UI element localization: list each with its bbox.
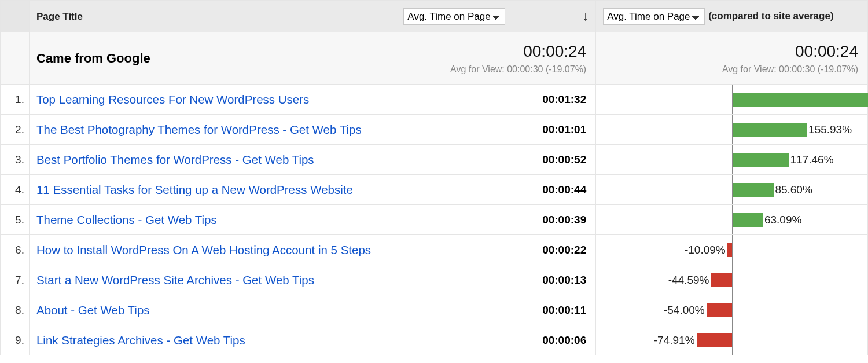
comparison-bar-positive	[733, 123, 807, 137]
row-index: 8.	[1, 304, 29, 317]
comparison-bar-positive	[733, 93, 868, 107]
comparison-percent-label: -10.09%	[685, 244, 726, 256]
page-title-link[interactable]: How to Install WordPress On A Web Hostin…	[30, 243, 371, 256]
row-index: 2.	[1, 123, 29, 136]
comparison-bar-negative	[697, 333, 732, 347]
row-metric-cell: 00:00:22	[396, 235, 596, 265]
comparison-bar-wrapper: 155.93%	[596, 115, 867, 144]
row-metric-cell: 00:00:39	[396, 205, 596, 235]
comparison-bar-wrapper: 85.60%	[596, 175, 867, 204]
row-metric-cell: 00:01:01	[396, 115, 596, 145]
avg-time-on-page-value: 00:00:06	[396, 334, 595, 347]
row-title-cell: 11 Essential Tasks for Setting up a New …	[29, 175, 396, 205]
comparison-percent-label: 63.09%	[764, 214, 801, 226]
comparison-bar-negative	[727, 243, 732, 257]
row-index-cell: 1.	[1, 85, 30, 115]
row-index: 9.	[1, 334, 29, 347]
row-compare-cell: 63.09%	[596, 205, 868, 235]
row-index: 7.	[1, 274, 29, 287]
summary-compare-value: 00:00:24	[605, 42, 858, 61]
row-compare-cell: -54.00%	[596, 295, 868, 325]
zero-baseline	[732, 235, 733, 265]
table-row: 5.Theme Collections - Get Web Tips00:00:…	[1, 205, 868, 235]
row-title-cell: About - Get Web Tips	[29, 295, 396, 325]
row-metric-cell: 00:00:06	[396, 325, 596, 355]
comparison-bar-negative	[711, 273, 733, 287]
comparison-bar-wrapper: 63.09%	[596, 205, 867, 234]
summary-compare-cell: 00:00:24 Avg for View: 00:00:30 (-19.07%…	[596, 32, 868, 85]
comparison-bar-negative	[707, 303, 732, 317]
avg-time-on-page-value: 00:00:39	[396, 214, 595, 226]
summary-metric-subtext: Avg for View: 00:00:30 (-19.07%)	[406, 64, 586, 75]
row-index-cell: 9.	[1, 325, 30, 355]
avg-time-on-page-value: 00:00:11	[396, 304, 595, 317]
page-title-link[interactable]: The Best Photography Themes for WordPres…	[30, 123, 362, 136]
row-title-cell: Start a New WordPress Site Archives - Ge…	[29, 265, 396, 295]
page-title-link[interactable]: Best Portfolio Themes for WordPress - Ge…	[30, 153, 314, 166]
avg-time-on-page-value: 00:00:13	[396, 274, 595, 287]
row-index: 1.	[1, 93, 29, 106]
row-index-cell: 7.	[1, 265, 30, 295]
row-compare-cell: 284.74%	[596, 85, 868, 115]
row-metric-cell: 00:00:44	[396, 175, 596, 205]
compare-suffix-label: (compared to site average)	[708, 10, 833, 22]
row-compare-cell: -10.09%	[596, 235, 868, 265]
page-title-link[interactable]: Top Learning Resources For New WordPress…	[30, 93, 309, 106]
row-compare-cell: -74.91%	[596, 325, 868, 355]
table-row: 3.Best Portfolio Themes for WordPress - …	[1, 145, 868, 175]
summary-title-cell: Came from Google	[29, 32, 396, 85]
comparison-percent-label: -44.59%	[668, 274, 709, 287]
header-page-title-cell[interactable]: Page Title	[29, 1, 396, 32]
row-index-cell: 3.	[1, 145, 30, 175]
row-index-cell: 8.	[1, 295, 30, 325]
page-title-link[interactable]: Start a New WordPress Site Archives - Ge…	[30, 273, 314, 287]
comparison-percent-label: -54.00%	[664, 304, 705, 317]
comparison-bar-positive	[733, 183, 774, 197]
row-index: 6.	[1, 244, 29, 256]
comparison-bar-wrapper: -10.09%	[596, 235, 867, 265]
compare-metric-select[interactable]: Avg. Time on Page	[603, 8, 705, 25]
avg-time-on-page-value: 00:00:22	[396, 244, 595, 256]
row-index: 3.	[1, 153, 29, 166]
row-index: 5.	[1, 214, 29, 226]
avg-time-on-page-value: 00:01:32	[396, 93, 595, 106]
page-title-link[interactable]: Theme Collections - Get Web Tips	[30, 213, 217, 226]
row-metric-cell: 00:01:32	[396, 85, 596, 115]
row-title-cell: Theme Collections - Get Web Tips	[29, 205, 396, 235]
table-row: 6.How to Install WordPress On A Web Host…	[1, 235, 868, 265]
page-title-link[interactable]: About - Get Web Tips	[30, 303, 150, 317]
row-compare-cell: -44.59%	[596, 265, 868, 295]
row-title-cell: Link Strategies Archives - Get Web Tips	[29, 325, 396, 355]
summary-metric-value: 00:00:24	[406, 42, 586, 61]
segment-name: Came from Google	[30, 51, 150, 65]
row-compare-cell: 85.60%	[596, 175, 868, 205]
row-index-cell: 6.	[1, 235, 30, 265]
row-title-cell: The Best Photography Themes for WordPres…	[29, 115, 396, 145]
comparison-bar-positive	[733, 213, 763, 227]
row-index-cell: 4.	[1, 175, 30, 205]
table-row: 9.Link Strategies Archives - Get Web Tip…	[1, 325, 868, 355]
page-title-link[interactable]: Link Strategies Archives - Get Web Tips	[30, 333, 245, 347]
table-row: 8.About - Get Web Tips00:00:11-54.00%	[1, 295, 868, 325]
comparison-percent-label: 117.46%	[790, 153, 834, 166]
comparison-percent-label: 85.60%	[775, 184, 812, 196]
zero-baseline	[732, 265, 733, 295]
summary-index-cell	[1, 32, 30, 85]
comparison-bar-wrapper: -54.00%	[596, 295, 867, 325]
row-metric-cell: 00:00:52	[396, 145, 596, 175]
comparison-bar-wrapper: -74.91%	[596, 325, 867, 355]
comparison-bar-wrapper: 117.46%	[596, 145, 867, 174]
summary-metric-cell: 00:00:24 Avg for View: 00:00:30 (-19.07%…	[396, 32, 596, 85]
header-compare-cell: Avg. Time on Page (compared to site aver…	[596, 1, 868, 32]
sort-descending-icon[interactable]: ↓	[582, 9, 589, 24]
metric-select[interactable]: Avg. Time on Page	[403, 8, 505, 25]
row-title-cell: Best Portfolio Themes for WordPress - Ge…	[29, 145, 396, 175]
zero-baseline	[732, 325, 733, 355]
page-title-link[interactable]: 11 Essential Tasks for Setting up a New …	[30, 183, 353, 196]
header-index-cell	[1, 1, 30, 32]
header-metric-cell: Avg. Time on Page ↓	[396, 1, 596, 32]
comparison-bar-wrapper: -44.59%	[596, 265, 867, 295]
row-metric-cell: 00:00:13	[396, 265, 596, 295]
table-row: 2.The Best Photography Themes for WordPr…	[1, 115, 868, 145]
table-summary-row: Came from Google 00:00:24 Avg for View: …	[1, 32, 868, 85]
